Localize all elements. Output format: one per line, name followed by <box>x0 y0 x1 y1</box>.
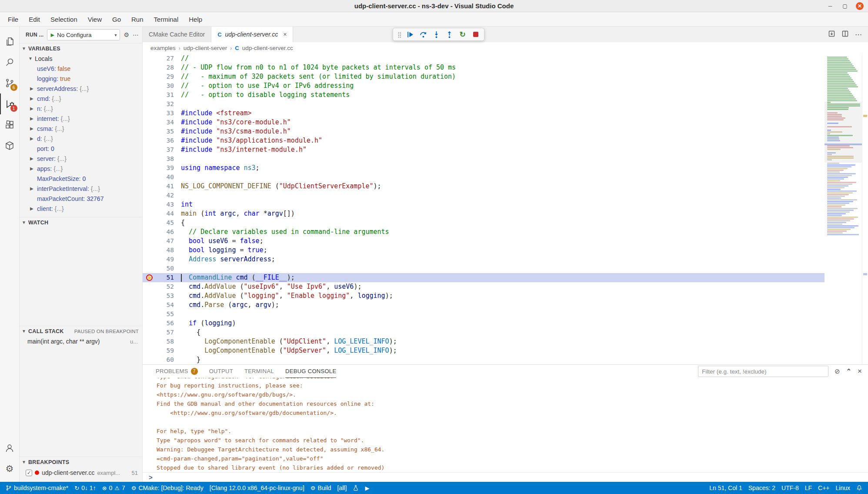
tab-udp-client-server[interactable]: C udp-client-server.cc × <box>211 27 293 42</box>
menu-edit[interactable]: Edit <box>23 12 45 26</box>
line-content[interactable]: // - UDP flow from n0 to n1 of 1024 byte… <box>174 63 825 72</box>
breakpoint-item[interactable]: ✓ udp-client-server.cc exampl... 51 <box>20 467 142 478</box>
breakpoint-gutter[interactable] <box>143 337 156 346</box>
line-content[interactable]: #include <fstream> <box>174 109 825 118</box>
notifications-bell[interactable] <box>853 482 865 494</box>
breakpoint-gutter[interactable] <box>143 100 156 109</box>
package-icon[interactable] <box>0 135 20 156</box>
indentation[interactable]: Spaces: 2 <box>745 482 778 494</box>
code-line-40[interactable]: 40 <box>143 173 825 182</box>
cmake-status[interactable]: ⚙ CMake: [Debug]: Ready <box>128 482 207 494</box>
line-content[interactable]: using namespace ns3; <box>174 164 825 173</box>
breakpoint-gutter[interactable] <box>143 109 156 118</box>
language-mode[interactable]: C++ <box>815 482 832 494</box>
breakpoint-gutter[interactable] <box>143 209 156 218</box>
line-content[interactable]: if (logging) <box>174 319 825 328</box>
breadcrumb-examples[interactable]: examples <box>150 45 176 51</box>
restart-icon[interactable]: ↻ <box>459 30 467 38</box>
breakpoint-gutter[interactable] <box>143 200 156 209</box>
step-out-icon[interactable] <box>446 30 454 38</box>
debug-settings-gear-icon[interactable]: ⚙ <box>124 31 129 38</box>
line-content[interactable]: LogComponentEnable ("UdpClient", LOG_LEV… <box>174 337 825 346</box>
close-tab-icon[interactable]: × <box>283 31 287 38</box>
variables-header[interactable]: ▼ VARIABLES <box>20 43 142 53</box>
minimize-icon[interactable]: ─ <box>826 2 834 10</box>
code-editor[interactable]: 27//28// - UDP flow from n0 to n1 of 102… <box>143 54 868 364</box>
variable-row-n[interactable]: ▶n:{...} <box>20 103 142 113</box>
breadcrumb-file[interactable]: udp-client-server.cc <box>242 45 293 51</box>
line-content[interactable]: // Declare variables used in command-lin… <box>174 227 825 237</box>
variable-row-logging[interactable]: logging:true <box>20 73 142 83</box>
breakpoint-gutter[interactable] <box>143 310 156 319</box>
line-content[interactable]: bool logging = true; <box>174 246 825 255</box>
line-content[interactable]: { <box>174 328 825 337</box>
breakpoint-gutter[interactable] <box>143 173 156 182</box>
variable-row-interPacketInterval[interactable]: ▶interPacketInterval:{...} <box>20 184 142 194</box>
line-content[interactable] <box>174 100 825 109</box>
minimap[interactable] <box>825 54 862 364</box>
code-line-32[interactable]: 32 <box>143 100 825 109</box>
split-editor-icon[interactable] <box>841 30 849 39</box>
tab-output[interactable]: OUTPUT <box>209 365 233 378</box>
line-content[interactable]: cmd.Parse (argc, argv); <box>174 300 825 310</box>
watch-header[interactable]: ▼ WATCH <box>20 217 142 227</box>
variable-row-useV6[interactable]: useV6:false <box>20 63 142 73</box>
run-ctest-button[interactable]: ▶ <box>362 482 372 494</box>
variable-row-MaxPacketSize[interactable]: MaxPacketSize:0 <box>20 174 142 184</box>
close-icon[interactable]: ✕ <box>856 2 864 10</box>
cursor-position[interactable]: Ln 51, Col 1 <box>706 482 745 494</box>
menu-help[interactable]: Help <box>184 12 207 26</box>
breakpoint-hit-icon[interactable] <box>143 273 156 282</box>
explorer-icon[interactable] <box>0 31 20 52</box>
breakpoint-gutter[interactable] <box>143 164 156 173</box>
variable-row-d[interactable]: ▶d:{...} <box>20 134 142 144</box>
open-changes-icon[interactable] <box>828 30 835 39</box>
code-line-47[interactable]: 47 bool useV6 = false; <box>143 237 825 246</box>
code-line-54[interactable]: 54 cmd.Parse (argc, argv); <box>143 300 825 310</box>
line-content[interactable]: // - option to disable logging statement… <box>174 90 825 100</box>
breakpoint-gutter[interactable] <box>143 118 156 127</box>
run-and-debug-icon[interactable]: 1 <box>0 93 20 114</box>
code-line-56[interactable]: 56 if (logging) <box>143 319 825 328</box>
breakpoint-checkbox[interactable]: ✓ <box>26 470 32 476</box>
line-content[interactable]: // - maximum of 320 packets sent (or lim… <box>174 72 825 81</box>
line-content[interactable]: bool useV6 = false; <box>174 237 825 246</box>
line-content[interactable]: main (int argc, char *argv[]) <box>174 209 825 218</box>
code-line-33[interactable]: 33#include <fstream> <box>143 109 825 118</box>
code-line-42[interactable]: 42 <box>143 191 825 200</box>
menu-view[interactable]: View <box>83 12 107 26</box>
breadcrumb-udp-client-server[interactable]: udp-client-server <box>184 45 227 51</box>
breakpoint-gutter[interactable] <box>143 346 156 355</box>
line-content[interactable] <box>174 310 825 319</box>
cmake-build-target[interactable]: [all] <box>334 482 350 494</box>
breakpoint-gutter[interactable] <box>143 154 156 164</box>
code-line-37[interactable]: 37#include "ns3/internet-module.h" <box>143 145 825 154</box>
breakpoint-gutter[interactable] <box>143 136 156 145</box>
breakpoints-header[interactable]: ▼ BREAKPOINTS <box>20 457 142 467</box>
line-content[interactable]: } <box>174 355 825 364</box>
breakpoint-gutter[interactable] <box>143 90 156 100</box>
tab-terminal[interactable]: TERMINAL <box>244 365 274 378</box>
settings-gear-icon[interactable]: ⚙ <box>0 458 20 479</box>
line-content[interactable] <box>174 191 825 200</box>
code-line-60[interactable]: 60 } <box>143 355 825 364</box>
breakpoint-gutter[interactable] <box>143 237 156 246</box>
tab-cmake-cache-editor[interactable]: CMake Cache Editor <box>143 27 211 42</box>
debug-console-input[interactable]: > <box>143 472 868 482</box>
breakpoint-gutter[interactable] <box>143 63 156 72</box>
eol-sequence[interactable]: LF <box>802 482 815 494</box>
console-filter-input[interactable] <box>698 366 828 377</box>
code-line-43[interactable]: 43int <box>143 200 825 209</box>
breakpoint-gutter[interactable] <box>143 328 156 337</box>
line-content[interactable]: NS_LOG_COMPONENT_DEFINE ("UdpClientServe… <box>174 182 825 191</box>
variable-row-csma[interactable]: ▶csma:{...} <box>20 124 142 134</box>
line-content[interactable]: cmd.AddValue ("logging", "Enable logging… <box>174 291 825 300</box>
code-line-41[interactable]: 41NS_LOG_COMPONENT_DEFINE ("UdpClientSer… <box>143 182 825 191</box>
breakpoint-gutter[interactable] <box>143 191 156 200</box>
code-line-39[interactable]: 39using namespace ns3; <box>143 164 825 173</box>
cmake-build-button[interactable]: ⚙ Build <box>307 482 334 494</box>
cmake-kit[interactable]: [Clang 12.0.0 x86_64-pc-linux-gnu] <box>207 482 307 494</box>
remote-os[interactable]: Linux <box>833 482 853 494</box>
extensions-icon[interactable] <box>0 114 20 135</box>
code-line-53[interactable]: 53 cmd.AddValue ("logging", "Enable logg… <box>143 291 825 300</box>
